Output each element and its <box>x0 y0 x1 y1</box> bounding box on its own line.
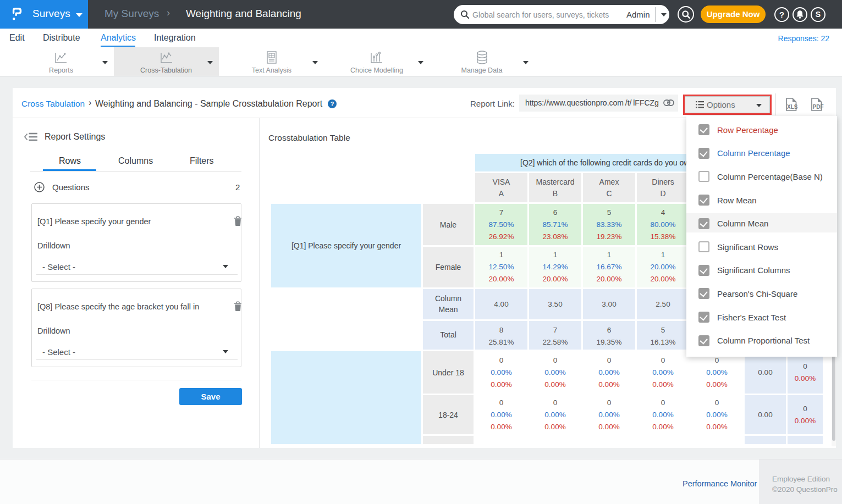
svg-text:XLS: XLS <box>787 104 798 110</box>
svg-text:PDF: PDF <box>813 104 824 110</box>
